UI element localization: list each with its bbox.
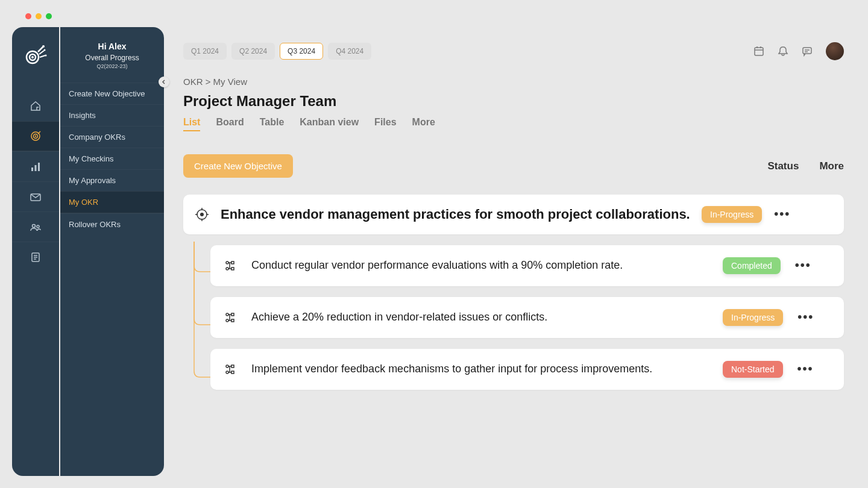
key-result-status-badge: Completed (723, 257, 781, 274)
quarter-selector: Q1 2024Q2 2024Q3 2024Q4 2024 (183, 43, 371, 60)
svg-point-52 (226, 371, 228, 374)
sidebar-item-create-new-objective[interactable]: Create New Objective (60, 83, 164, 104)
tab-kanban-view[interactable]: Kanban view (300, 117, 359, 131)
overall-progress-label: Overall Progress (66, 54, 158, 62)
svg-rect-14 (35, 165, 37, 171)
window-controls (25, 13, 52, 19)
rail-item-mail[interactable] (12, 181, 59, 211)
svg-rect-15 (38, 163, 40, 171)
sidebar-item-my-approvals[interactable]: My Approvals (60, 169, 164, 191)
key-result-card[interactable]: Conduct regular vendor performance evalu… (210, 245, 844, 286)
svg-point-17 (33, 224, 36, 227)
svg-rect-44 (231, 313, 234, 316)
key-result-status-badge: Not-Started (723, 361, 783, 378)
view-tabs: ListBoardTableKanban viewFilesMore (183, 117, 844, 131)
svg-point-45 (226, 319, 228, 322)
svg-rect-37 (231, 261, 234, 264)
tab-files[interactable]: Files (374, 117, 396, 131)
sidebar-item-my-checkins[interactable]: My Checkins (60, 148, 164, 169)
sidebar-item-company-okrs[interactable]: Company OKRs (60, 126, 164, 148)
create-objective-button[interactable]: Create New Objective (183, 154, 293, 178)
svg-point-18 (37, 225, 39, 228)
svg-rect-53 (231, 371, 234, 374)
key-result-title: Achieve a 20% reduction in vendor-relate… (251, 310, 709, 325)
svg-point-36 (226, 261, 228, 264)
sub-nav-panel: Hi Alex Overall Progress Q2(2022-23) Cre… (60, 27, 164, 476)
rail-item-report[interactable] (12, 242, 59, 272)
rail-item-people[interactable] (12, 211, 59, 242)
svg-point-8 (45, 55, 47, 57)
svg-point-43 (226, 313, 228, 316)
app-logo (22, 40, 49, 68)
objective-more-button[interactable]: ••• (773, 207, 791, 221)
key-result-icon (222, 310, 238, 325)
key-result-more-button[interactable]: ••• (796, 310, 815, 324)
status-filter[interactable]: Status (767, 160, 799, 172)
icon-rail (12, 27, 59, 476)
sidebar-item-insights[interactable]: Insights (60, 104, 164, 126)
svg-point-2 (31, 56, 34, 58)
svg-line-5 (39, 51, 44, 54)
svg-point-31 (200, 213, 204, 216)
objective-icon (194, 207, 210, 222)
quarter-q2-2024[interactable]: Q2 2024 (231, 43, 275, 60)
key-result-status-badge: In-Progress (723, 309, 783, 326)
svg-point-11 (35, 136, 36, 137)
page-title: Project Manager Team (183, 93, 844, 110)
quarter-q1-2024[interactable]: Q1 2024 (183, 43, 227, 60)
key-result-more-button[interactable]: ••• (796, 362, 815, 376)
key-result-title: Conduct regular vendor performance evalu… (251, 258, 709, 273)
svg-rect-23 (755, 48, 763, 55)
objective-title: Enhance vendor management practices for … (221, 205, 691, 224)
tab-board[interactable]: Board (216, 117, 244, 131)
key-result-icon (222, 258, 238, 274)
tab-list[interactable]: List (183, 117, 200, 131)
tree-connector (193, 242, 211, 422)
quarter-range: Q2(2022-23) (66, 63, 158, 69)
more-options[interactable]: More (819, 160, 844, 172)
tab-table[interactable]: Table (260, 117, 285, 131)
user-avatar[interactable] (826, 42, 844, 60)
chat-icon[interactable] (802, 46, 813, 57)
svg-line-3 (38, 47, 43, 52)
quarter-q4-2024[interactable]: Q4 2024 (328, 43, 371, 60)
rail-item-home[interactable] (12, 91, 59, 121)
svg-point-50 (226, 365, 228, 368)
svg-line-7 (40, 55, 45, 57)
key-result-title: Implement vendor feedback mechanisms to … (251, 361, 709, 377)
key-result-more-button[interactable]: ••• (794, 258, 813, 272)
svg-rect-51 (231, 365, 234, 368)
notification-icon[interactable] (778, 46, 788, 57)
close-window-icon[interactable] (25, 13, 31, 19)
quarter-q3-2024[interactable]: Q3 2024 (280, 43, 323, 60)
svg-point-4 (42, 45, 45, 48)
tab-more[interactable]: More (412, 117, 435, 131)
svg-point-38 (226, 267, 228, 270)
breadcrumb: OKR > My View (183, 77, 844, 87)
sub-nav-header: Hi Alex Overall Progress Q2(2022-23) (60, 38, 164, 79)
top-actions (753, 42, 844, 60)
maximize-window-icon[interactable] (46, 13, 52, 19)
calendar-icon[interactable] (753, 46, 764, 57)
objective-status-badge: In-Progress (702, 206, 762, 223)
objective-card[interactable]: Enhance vendor management practices for … (183, 195, 844, 234)
key-result-card[interactable]: Implement vendor feedback mechanisms to … (210, 349, 844, 390)
key-result-card[interactable]: Achieve a 20% reduction in vendor-relate… (210, 297, 844, 338)
svg-rect-27 (803, 48, 811, 54)
svg-rect-39 (231, 267, 234, 270)
sidebar-item-rollover-okrs[interactable]: Rollover OKRs (60, 213, 164, 235)
main-content: Q1 2024Q2 2024Q3 2024Q4 2024 OKR > My Vi… (164, 27, 856, 476)
svg-point-6 (44, 49, 46, 51)
key-result-icon (222, 361, 238, 377)
svg-rect-13 (31, 167, 33, 171)
greeting: Hi Alex (66, 42, 158, 51)
rail-item-chart[interactable] (12, 151, 59, 181)
minimize-window-icon[interactable] (36, 13, 42, 19)
sidebar-item-my-okr[interactable]: My OKR (60, 191, 164, 213)
svg-rect-46 (231, 319, 234, 322)
rail-item-target[interactable] (12, 121, 59, 151)
